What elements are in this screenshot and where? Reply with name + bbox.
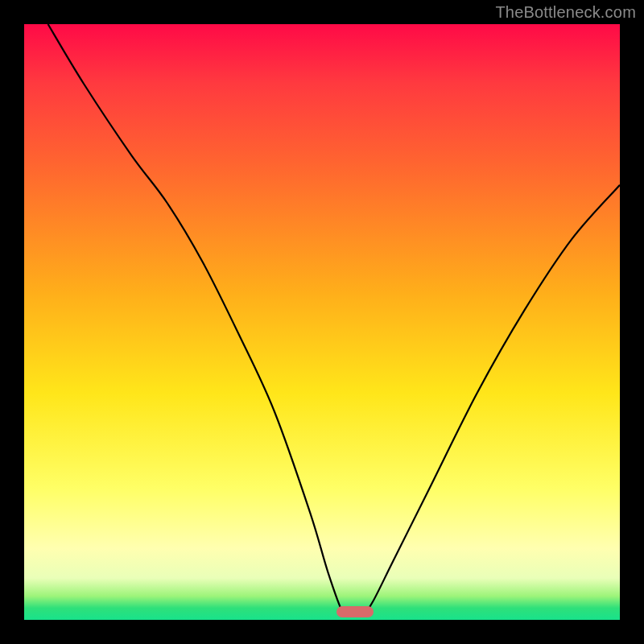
chart-frame: TheBottleneck.com: [0, 0, 644, 644]
optimal-marker: [336, 606, 374, 617]
curve-svg: [24, 24, 620, 620]
chart-curve: [48, 24, 620, 617]
plot-area: [24, 24, 620, 620]
attribution-text: TheBottleneck.com: [495, 3, 636, 22]
